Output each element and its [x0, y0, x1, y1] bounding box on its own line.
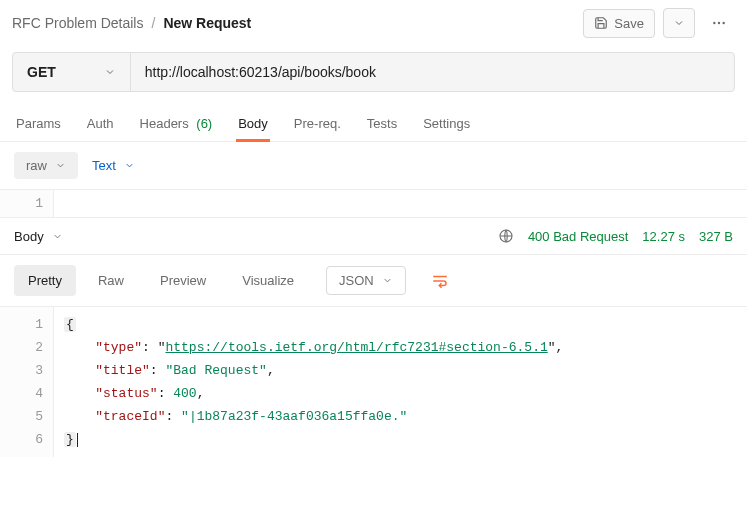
line-number: 1: [0, 196, 43, 211]
svg-point-0: [713, 22, 715, 24]
body-sub-bar: raw Text: [0, 142, 747, 190]
headers-count-badge: (6): [196, 116, 212, 131]
http-method-value: GET: [27, 64, 56, 80]
body-content-type-select[interactable]: Text: [92, 158, 135, 173]
tab-settings[interactable]: Settings: [421, 110, 472, 141]
response-body-content: { "type": "https://tools.ietf.org/html/r…: [54, 307, 747, 457]
body-mode-select[interactable]: raw: [14, 152, 78, 179]
breadcrumb: RFC Problem Details / New Request: [12, 15, 575, 31]
chevron-down-icon: [124, 160, 135, 171]
json-traceid-value: |1b87a23f-43aaf036a15ffa0e.: [189, 409, 400, 424]
request-url-bar: GET: [12, 52, 735, 92]
tab-label: Visualize: [242, 273, 294, 288]
line-number: 5: [0, 405, 43, 428]
save-dropdown-button[interactable]: [663, 8, 695, 38]
line-number: 3: [0, 359, 43, 382]
response-body-editor[interactable]: 1 2 3 4 5 6 { "type": "https://tools.iet…: [0, 307, 747, 457]
tab-label: Pretty: [28, 273, 62, 288]
line-number: 6: [0, 428, 43, 451]
chevron-down-icon: [673, 17, 685, 29]
text-cursor: [77, 433, 78, 447]
chevron-down-icon: [382, 275, 393, 286]
tab-tests[interactable]: Tests: [365, 110, 399, 141]
tab-label: Preview: [160, 273, 206, 288]
response-meta-bar: Body 400 Bad Request 12.27 s 327 B: [0, 218, 747, 255]
tab-auth[interactable]: Auth: [85, 110, 116, 141]
tab-label: Pre-req.: [294, 116, 341, 131]
line-number: 1: [0, 313, 43, 336]
response-view-tabs: Pretty Raw Preview Visualize JSON: [0, 255, 747, 307]
more-options-button[interactable]: [703, 8, 735, 38]
body-mode-value: raw: [26, 158, 47, 173]
tab-label: Tests: [367, 116, 397, 131]
tab-label: Auth: [87, 116, 114, 131]
svg-point-1: [718, 22, 720, 24]
response-section-select[interactable]: Body: [14, 229, 44, 244]
breadcrumb-parent[interactable]: RFC Problem Details: [12, 15, 143, 31]
response-tab-visualize[interactable]: Visualize: [228, 265, 308, 296]
body-content-type-value: Text: [92, 158, 116, 173]
more-horizontal-icon: [711, 15, 727, 31]
request-tabs: Params Auth Headers (6) Body Pre-req. Te…: [0, 104, 747, 142]
tab-body[interactable]: Body: [236, 110, 270, 141]
json-title-value: Bad Request: [173, 363, 259, 378]
breadcrumb-separator: /: [151, 15, 155, 31]
response-status: 400 Bad Request: [528, 229, 628, 244]
svg-point-2: [722, 22, 724, 24]
response-tab-preview[interactable]: Preview: [146, 265, 220, 296]
line-gutter: 1 2 3 4 5 6: [0, 307, 54, 457]
breadcrumb-current: New Request: [163, 15, 251, 31]
line-wrap-button[interactable]: [424, 266, 456, 296]
json-status-value: 400: [173, 386, 196, 401]
line-number: 2: [0, 336, 43, 359]
globe-icon[interactable]: [498, 228, 514, 244]
request-body-content[interactable]: [54, 190, 747, 217]
request-url-input[interactable]: [131, 53, 734, 91]
response-format-select[interactable]: JSON: [326, 266, 406, 295]
tab-prereq[interactable]: Pre-req.: [292, 110, 343, 141]
tab-label: Body: [238, 116, 268, 131]
line-gutter: 1: [0, 190, 54, 217]
tab-headers[interactable]: Headers (6): [138, 110, 215, 141]
response-time: 12.27 s: [642, 229, 685, 244]
save-icon: [594, 16, 608, 30]
chevron-down-icon: [55, 160, 66, 171]
line-wrap-icon: [431, 272, 449, 290]
tab-label: Headers: [140, 116, 189, 131]
tab-params[interactable]: Params: [14, 110, 63, 141]
save-label: Save: [614, 16, 644, 31]
chevron-down-icon: [52, 231, 63, 242]
line-number: 4: [0, 382, 43, 405]
tab-label: Settings: [423, 116, 470, 131]
response-size: 327 B: [699, 229, 733, 244]
tab-label: Params: [16, 116, 61, 131]
http-method-select[interactable]: GET: [13, 53, 131, 91]
request-body-editor[interactable]: 1: [0, 190, 747, 218]
response-format-value: JSON: [339, 273, 374, 288]
json-type-value[interactable]: https://tools.ietf.org/html/rfc7231#sect…: [165, 340, 547, 355]
response-tab-raw[interactable]: Raw: [84, 265, 138, 296]
save-button[interactable]: Save: [583, 9, 655, 38]
tab-label: Raw: [98, 273, 124, 288]
response-tab-pretty[interactable]: Pretty: [14, 265, 76, 296]
chevron-down-icon: [104, 66, 116, 78]
